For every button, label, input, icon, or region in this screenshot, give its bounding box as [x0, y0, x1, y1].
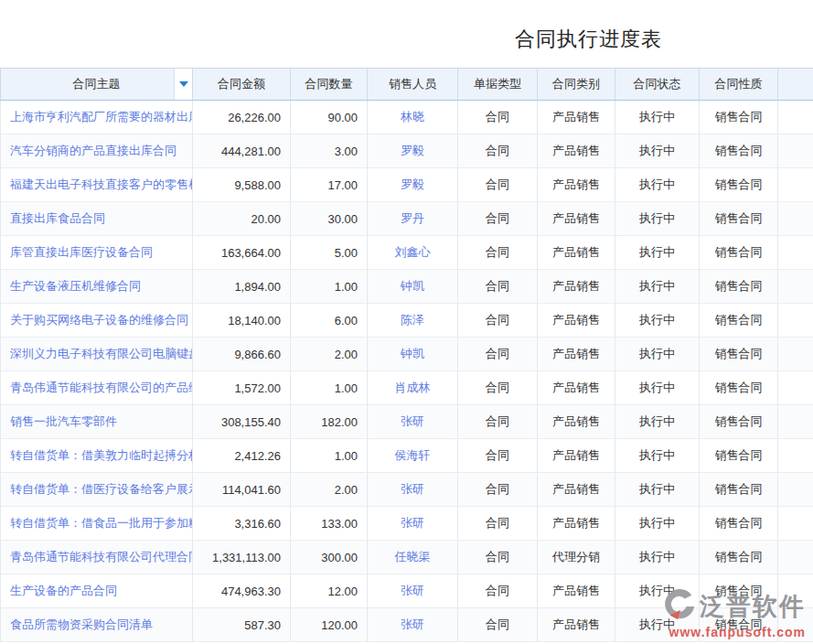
- column-header-subject-label: 合同主题: [10, 76, 183, 92]
- cell-subject[interactable]: 青岛伟通节能科技有限公司代理合同: [1, 541, 193, 574]
- cell-qty: 90.00: [291, 101, 368, 134]
- column-header-sales: 销售人员: [368, 69, 458, 101]
- cell-subject[interactable]: 转自借货单：借美敦力临时起搏分析: [1, 439, 193, 473]
- cell-nature: 销售合同: [700, 473, 778, 507]
- cell-subject[interactable]: 库管直接出库医疗设备合同: [1, 236, 193, 270]
- cell-sales[interactable]: 张研: [368, 405, 458, 439]
- subject-filter-button[interactable]: [174, 69, 192, 100]
- cell-subject[interactable]: 青岛伟通节能科技有限公司的产品维: [1, 371, 193, 405]
- cell-doc_type: 合同: [458, 371, 538, 405]
- cell-subject[interactable]: 生产设备液压机维修合同: [1, 270, 193, 304]
- cell-sales[interactable]: 张研: [368, 608, 458, 642]
- cell-doc_type: 合同: [458, 608, 538, 642]
- cell-amount: 1,894.00: [193, 270, 291, 304]
- cell-sales[interactable]: 刘鑫心: [368, 236, 458, 270]
- contract-progress-table: 合同主题合同金额合同数量销售人员单据类型合同类别合同状态合同性质 上海市亨利汽配…: [0, 68, 813, 642]
- cell-category: 产品销售: [538, 574, 615, 608]
- cell-subject[interactable]: 生产设备的产品合同: [1, 574, 193, 608]
- column-header-doc_type: 单据类型: [458, 69, 538, 101]
- cell-sales[interactable]: 肖成林: [368, 371, 458, 405]
- column-header-stub: [778, 69, 813, 101]
- cell-doc_type: 合同: [458, 541, 538, 574]
- cell-nature: 销售合同: [700, 338, 778, 371]
- cell-sales[interactable]: 张研: [368, 507, 458, 541]
- cell-stub: [778, 304, 813, 338]
- cell-nature: 销售合同: [700, 304, 778, 338]
- header-row: 合同主题合同金额合同数量销售人员单据类型合同类别合同状态合同性质: [1, 69, 813, 101]
- cell-amount: 9,866.60: [193, 338, 291, 371]
- cell-nature: 销售合同: [700, 236, 778, 270]
- cell-status: 执行中: [615, 439, 700, 473]
- cell-sales[interactable]: 张研: [368, 473, 458, 507]
- cell-stub: [778, 541, 813, 574]
- cell-doc_type: 合同: [458, 101, 538, 134]
- cell-qty: 133.00: [291, 507, 368, 541]
- cell-subject[interactable]: 关于购买网络电子设备的维修合同: [1, 304, 193, 338]
- table-row: 生产设备液压机维修合同1,894.001.00钟凯合同产品销售执行中销售合同: [1, 270, 813, 304]
- table-row: 关于购买网络电子设备的维修合同18,140.006.00陈泽合同产品销售执行中销…: [1, 304, 813, 338]
- cell-subject[interactable]: 福建天出电子科技直接客户的零售机: [1, 168, 193, 202]
- cell-sales[interactable]: 侯海轩: [368, 439, 458, 473]
- cell-amount: 26,226.00: [193, 101, 291, 134]
- cell-sales[interactable]: 张研: [368, 574, 458, 608]
- cell-subject[interactable]: 直接出库食品合同: [1, 202, 193, 236]
- page-title: 合同执行进度表: [515, 26, 662, 53]
- cell-subject[interactable]: 转自借货单：借食品一批用于参加糖: [1, 507, 193, 541]
- cell-amount: 1,572.00: [193, 371, 291, 405]
- cell-sales[interactable]: 罗毅: [368, 168, 458, 202]
- cell-status: 执行中: [615, 134, 700, 168]
- cell-nature: 销售合同: [700, 574, 778, 608]
- cell-status: 执行中: [615, 236, 700, 270]
- cell-amount: 9,588.00: [193, 168, 291, 202]
- cell-qty: 30.00: [291, 202, 368, 236]
- cell-category: 代理分销: [538, 541, 615, 574]
- column-header-status: 合同状态: [615, 69, 700, 101]
- cell-doc_type: 合同: [458, 439, 538, 473]
- cell-status: 执行中: [615, 101, 700, 134]
- cell-sales[interactable]: 钟凯: [368, 270, 458, 304]
- cell-category: 产品销售: [538, 473, 615, 507]
- cell-sales[interactable]: 陈泽: [368, 304, 458, 338]
- cell-subject[interactable]: 深圳义力电子科技有限公司电脑键盘: [1, 338, 193, 371]
- cell-qty: 3.00: [291, 134, 368, 168]
- column-header-nature: 合同性质: [700, 69, 778, 101]
- cell-subject[interactable]: 上海市亨利汽配厂所需要的器材出库: [1, 101, 193, 134]
- cell-stub: [778, 574, 813, 608]
- cell-category: 产品销售: [538, 236, 615, 270]
- cell-qty: 182.00: [291, 405, 368, 439]
- table-row: 转自借货单：借医疗设备给客户展示114,041.602.00张研合同产品销售执行…: [1, 473, 813, 507]
- column-header-amount: 合同金额: [193, 69, 291, 101]
- cell-qty: 12.00: [291, 574, 368, 608]
- cell-sales[interactable]: 林晓: [368, 101, 458, 134]
- table-row: 生产设备的产品合同474,963.3012.00张研合同产品销售执行中销售合同: [1, 574, 813, 608]
- cell-category: 产品销售: [538, 202, 615, 236]
- cell-nature: 销售合同: [700, 439, 778, 473]
- cell-subject[interactable]: 汽车分销商的产品直接出库合同: [1, 134, 193, 168]
- cell-doc_type: 合同: [458, 270, 538, 304]
- cell-doc_type: 合同: [458, 236, 538, 270]
- cell-subject[interactable]: 食品所需物资采购合同清单: [1, 608, 193, 642]
- cell-amount: 308,155.40: [193, 405, 291, 439]
- table-row: 深圳义力电子科技有限公司电脑键盘9,866.602.00钟凯合同产品销售执行中销…: [1, 338, 813, 371]
- cell-sales[interactable]: 罗毅: [368, 134, 458, 168]
- title-bar: 合同执行进度表: [0, 0, 813, 68]
- cell-nature: 销售合同: [700, 168, 778, 202]
- cell-status: 执行中: [615, 168, 700, 202]
- table-row: 青岛伟通节能科技有限公司代理合同1,331,113.00300.00任晓渠合同代…: [1, 541, 813, 574]
- cell-status: 执行中: [615, 405, 700, 439]
- table-row: 转自借货单：借美敦力临时起搏分析2,412.261.00侯海轩合同产品销售执行中…: [1, 439, 813, 473]
- cell-category: 产品销售: [538, 371, 615, 405]
- table-row: 上海市亨利汽配厂所需要的器材出库26,226.0090.00林晓合同产品销售执行…: [1, 101, 813, 134]
- cell-stub: [778, 202, 813, 236]
- cell-sales[interactable]: 任晓渠: [368, 541, 458, 574]
- cell-status: 执行中: [615, 202, 700, 236]
- cell-nature: 销售合同: [700, 270, 778, 304]
- cell-stub: [778, 405, 813, 439]
- cell-sales[interactable]: 罗丹: [368, 202, 458, 236]
- cell-qty: 1.00: [291, 371, 368, 405]
- cell-stub: [778, 101, 813, 134]
- cell-sales[interactable]: 钟凯: [368, 338, 458, 371]
- cell-doc_type: 合同: [458, 507, 538, 541]
- cell-subject[interactable]: 转自借货单：借医疗设备给客户展示: [1, 473, 193, 507]
- cell-subject[interactable]: 销售一批汽车零部件: [1, 405, 193, 439]
